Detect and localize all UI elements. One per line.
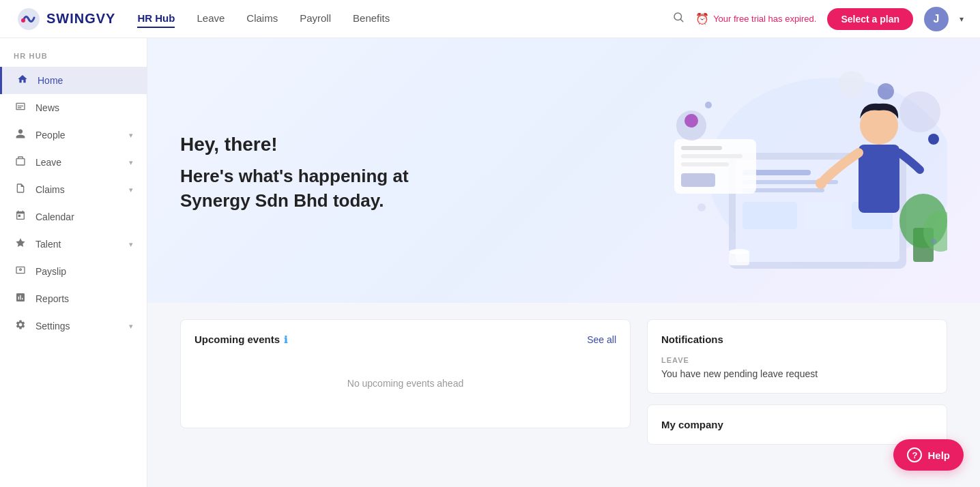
sidebar-label-leave: Leave <box>35 157 121 168</box>
sidebar-label-calendar: Calendar <box>35 211 133 222</box>
svg-point-8 <box>838 71 865 98</box>
sidebar-label-payslip: Payslip <box>35 266 133 277</box>
nav-link-leave[interactable]: Leave <box>197 10 225 28</box>
hero-section: Hey, there! Here's what's happening at S… <box>147 38 980 303</box>
svg-point-6 <box>878 83 894 100</box>
svg-rect-15 <box>804 202 845 229</box>
people-chevron-icon: ▾ <box>129 131 133 140</box>
hero-greeting: Hey, there! <box>180 134 439 156</box>
nav-link-benefits[interactable]: Benefits <box>353 10 390 28</box>
events-header: Upcoming events ℹ See all <box>194 334 616 345</box>
events-card: Upcoming events ℹ See all No upcoming ev… <box>180 319 631 428</box>
notif-message: You have new pending leave request <box>661 368 933 379</box>
people-icon <box>14 128 27 142</box>
leave-chevron-icon: ▾ <box>129 158 133 167</box>
hero-illustration <box>592 71 947 276</box>
sidebar-label-settings: Settings <box>35 321 121 331</box>
sidebar-item-news[interactable]: News <box>0 94 147 121</box>
svg-point-26 <box>684 114 698 128</box>
select-plan-button[interactable]: Select a plan <box>827 8 913 30</box>
hero-text: Hey, there! Here's what's happening at S… <box>180 134 439 213</box>
svg-rect-18 <box>859 145 899 213</box>
svg-point-19 <box>816 178 826 189</box>
sidebar-item-settings[interactable]: Settings ▾ <box>0 312 147 340</box>
leave-icon <box>14 156 27 169</box>
sidebar-item-home[interactable]: Home <box>0 67 147 94</box>
sidebar-label-claims: Claims <box>35 184 121 195</box>
company-card: My company <box>647 404 947 445</box>
nav-link-claims[interactable]: Claims <box>246 10 278 28</box>
nav-links: HR Hub Leave Claims Payroll Benefits <box>137 10 672 28</box>
see-all-link[interactable]: See all <box>587 334 616 345</box>
logo[interactable]: SWINGVY <box>16 7 115 31</box>
trial-warning: ⏰ Your free trial has expired. <box>695 12 816 25</box>
svg-point-2 <box>674 13 682 20</box>
svg-rect-21 <box>681 146 722 150</box>
company-title: My company <box>661 419 933 430</box>
notifications-card: Notifications LEAVE You have new pending… <box>647 319 947 394</box>
help-button[interactable]: ? Help <box>893 439 964 471</box>
calendar-icon <box>14 210 27 224</box>
search-button[interactable] <box>672 11 684 27</box>
help-circle-icon: ? <box>907 447 922 462</box>
sidebar-section-label: HR HUB <box>0 52 147 67</box>
claims-chevron-icon: ▾ <box>129 186 133 194</box>
trial-text: Your free trial has expired. <box>713 14 816 24</box>
sidebar-item-leave[interactable]: Leave ▾ <box>0 149 147 176</box>
sidebar: HR HUB Home News People ▾ Leave ▾ <box>0 38 147 487</box>
settings-icon <box>14 319 27 333</box>
user-avatar-button[interactable]: J <box>924 7 949 31</box>
nav-link-payroll[interactable]: Payroll <box>300 10 331 28</box>
logo-text: SWINGVY <box>46 11 115 27</box>
home-icon <box>16 74 29 87</box>
sidebar-label-home: Home <box>38 75 133 86</box>
svg-rect-22 <box>681 154 743 158</box>
notif-section-label: LEAVE <box>661 356 933 364</box>
sidebar-item-talent[interactable]: Talent ▾ <box>0 231 147 258</box>
svg-point-33 <box>931 239 936 244</box>
sidebar-label-reports: Reports <box>35 293 133 304</box>
help-label: Help <box>927 449 950 461</box>
topnav: SWINGVY HR Hub Leave Claims Payroll Bene… <box>0 0 980 38</box>
no-events-text: No upcoming events ahead <box>194 356 616 411</box>
sidebar-item-payslip[interactable]: Payslip <box>0 258 147 285</box>
svg-point-31 <box>729 249 749 254</box>
payslip-icon <box>14 265 27 278</box>
hero-illustration-svg <box>592 71 947 276</box>
svg-point-7 <box>928 134 939 145</box>
events-title: Upcoming events ℹ <box>194 334 287 345</box>
svg-line-3 <box>681 19 683 21</box>
svg-point-5 <box>899 91 940 132</box>
right-panel: Notifications LEAVE You have new pending… <box>647 319 947 445</box>
claims-icon <box>14 183 27 196</box>
nav-right: ⏰ Your free trial has expired. Select a … <box>672 7 964 31</box>
svg-rect-23 <box>681 162 729 166</box>
notifications-title: Notifications <box>661 334 933 345</box>
logo-icon <box>16 7 41 31</box>
reports-icon <box>14 292 27 306</box>
sidebar-item-calendar[interactable]: Calendar <box>0 203 147 231</box>
main-layout: HR HUB Home News People ▾ Leave ▾ <box>0 38 980 487</box>
info-icon: ℹ <box>284 334 287 345</box>
settings-chevron-icon: ▾ <box>129 322 133 331</box>
nav-link-hrhub[interactable]: HR Hub <box>137 10 175 28</box>
bottom-section: Upcoming events ℹ See all No upcoming ev… <box>147 303 980 461</box>
hero-subtext: Here's what's happening at Synergy Sdn B… <box>180 164 439 213</box>
sidebar-item-claims[interactable]: Claims ▾ <box>0 176 147 203</box>
sidebar-label-people: People <box>35 130 121 141</box>
sidebar-label-talent: Talent <box>35 239 121 250</box>
sidebar-item-people[interactable]: People ▾ <box>0 121 147 149</box>
svg-rect-24 <box>681 173 715 187</box>
warning-icon: ⏰ <box>695 12 709 25</box>
news-icon <box>14 101 27 115</box>
svg-point-1 <box>21 18 25 23</box>
talent-chevron-icon: ▾ <box>129 240 133 249</box>
svg-rect-14 <box>743 202 797 229</box>
svg-point-34 <box>697 203 706 211</box>
talent-icon <box>14 237 27 251</box>
svg-point-32 <box>705 102 712 108</box>
sidebar-item-reports[interactable]: Reports <box>0 285 147 312</box>
main-content: Hey, there! Here's what's happening at S… <box>147 38 980 487</box>
sidebar-label-news: News <box>35 102 133 113</box>
avatar-chevron-icon[interactable]: ▾ <box>960 14 964 24</box>
